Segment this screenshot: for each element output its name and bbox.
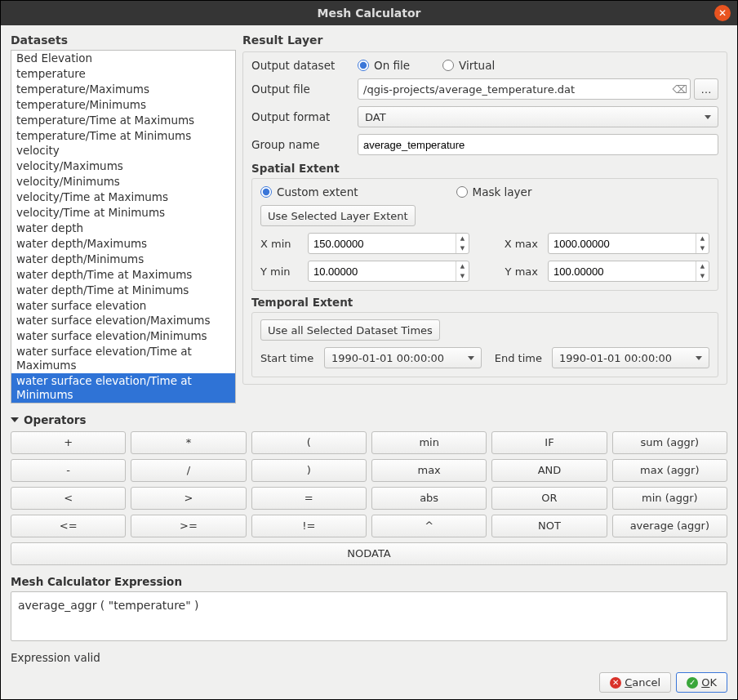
- dataset-item[interactable]: water depth/Time at Maximums: [11, 267, 235, 283]
- ymin-spinbox[interactable]: ▲▼: [308, 261, 469, 282]
- window-titlebar: Mesh Calculator ✕: [1, 1, 737, 25]
- operator-button[interactable]: <: [11, 487, 126, 510]
- temporal-extent-label: Temporal Extent: [251, 296, 718, 309]
- operators-label: Operators: [24, 413, 87, 426]
- dataset-item[interactable]: temperature/Time at Maximums: [11, 113, 235, 128]
- chevron-up-icon[interactable]: ▲: [696, 261, 709, 271]
- dataset-item[interactable]: water depth/Maximums: [11, 236, 235, 252]
- operator-button[interactable]: abs: [371, 487, 487, 510]
- output-format-combo[interactable]: DAT: [358, 106, 718, 127]
- custom-extent-radio[interactable]: Custom extent: [260, 185, 358, 198]
- dataset-item[interactable]: temperature/Minimums: [11, 97, 235, 113]
- ok-button[interactable]: ✓ OK: [676, 672, 727, 693]
- dataset-item[interactable]: velocity/Maximums: [11, 158, 235, 174]
- dataset-item[interactable]: Bed Elevation: [11, 51, 235, 66]
- output-virtual-radio[interactable]: Virtual: [442, 59, 495, 72]
- chevron-down-icon[interactable]: ▼: [456, 271, 469, 281]
- ymax-input[interactable]: [549, 261, 696, 281]
- operator-button[interactable]: -: [11, 459, 126, 482]
- operator-button[interactable]: IF: [491, 431, 607, 454]
- dataset-item[interactable]: water surface elevation: [11, 298, 235, 314]
- operator-button[interactable]: ): [251, 459, 367, 482]
- dataset-item[interactable]: velocity/Time at Minimums: [11, 205, 235, 221]
- group-name-row: Group name: [251, 134, 718, 155]
- operator-button[interactable]: >: [131, 487, 246, 510]
- top-row: Datasets Bed Elevationtemperaturetempera…: [11, 33, 727, 404]
- operators-grid: +*(minIFsum (aggr)-/)maxANDmax (aggr)<>=…: [11, 431, 727, 565]
- expression-label: Mesh Calculator Expression: [11, 575, 727, 588]
- chevron-down-icon: [11, 417, 19, 422]
- chevron-down-icon[interactable]: ▼: [696, 271, 709, 281]
- output-dataset-row: Output dataset On file Virtual: [251, 59, 718, 72]
- xmax-spinbox[interactable]: ▲▼: [548, 233, 709, 254]
- dataset-item[interactable]: velocity: [11, 143, 235, 158]
- operator-button[interactable]: OR: [491, 487, 607, 510]
- expression-input[interactable]: average_aggr ( "temperature" ): [11, 591, 727, 641]
- start-time-combo[interactable]: 1990-01-01 00:00:00: [324, 347, 482, 368]
- end-time-combo[interactable]: 1990-01-01 00:00:00: [552, 347, 709, 368]
- result-layer-label: Result Layer: [242, 33, 727, 47]
- operator-button[interactable]: AND: [491, 459, 607, 482]
- cancel-button[interactable]: ✕ Cancel: [599, 672, 671, 693]
- dataset-item[interactable]: water surface elevation/Time at Maximums: [11, 344, 235, 373]
- dataset-item[interactable]: velocity/Minimums: [11, 174, 235, 189]
- mesh-calculator-window: Mesh Calculator ✕ Datasets Bed Elevation…: [0, 0, 738, 700]
- xmin-label: X min: [260, 238, 301, 250]
- dataset-item[interactable]: water depth/Time at Minimums: [11, 283, 235, 298]
- output-file-field[interactable]: /qgis-projects/average_temperature.dat ⌫: [358, 78, 691, 100]
- output-format-row: Output format DAT: [251, 106, 718, 127]
- dataset-item[interactable]: water surface elevation/Time at Minimums: [11, 373, 235, 403]
- output-on-file-radio[interactable]: On file: [358, 59, 410, 72]
- chevron-down-icon[interactable]: ▼: [456, 243, 469, 253]
- xmin-spinbox[interactable]: ▲▼: [308, 233, 469, 254]
- use-selected-layer-extent-button[interactable]: Use Selected Layer Extent: [260, 205, 416, 226]
- operator-button[interactable]: sum (aggr): [612, 431, 727, 454]
- operator-button[interactable]: max: [371, 459, 487, 482]
- output-dataset-label: Output dataset: [251, 59, 358, 72]
- ymin-input[interactable]: [309, 261, 456, 281]
- datasets-panel: Datasets Bed Elevationtemperaturetempera…: [11, 33, 236, 404]
- operator-button[interactable]: average (aggr): [612, 515, 727, 537]
- on-file-label: On file: [374, 59, 410, 72]
- operator-button[interactable]: max (aggr): [612, 459, 727, 482]
- operator-button[interactable]: NOT: [491, 515, 607, 537]
- chevron-up-icon[interactable]: ▲: [456, 234, 469, 243]
- cancel-icon: ✕: [610, 677, 621, 689]
- xmax-input[interactable]: [549, 234, 696, 253]
- operator-button[interactable]: /: [131, 459, 246, 482]
- dataset-item[interactable]: temperature/Maximums: [11, 82, 235, 97]
- group-name-input[interactable]: [358, 134, 718, 155]
- operator-button[interactable]: >=: [131, 515, 246, 537]
- mask-layer-radio[interactable]: Mask layer: [456, 185, 532, 198]
- dataset-item[interactable]: temperature: [11, 66, 235, 82]
- use-all-selected-times-button[interactable]: Use all Selected Dataset Times: [260, 319, 440, 341]
- operator-button[interactable]: <=: [11, 515, 126, 537]
- operator-button[interactable]: *: [131, 431, 246, 454]
- nodata-button[interactable]: NODATA: [11, 542, 727, 565]
- xmin-input[interactable]: [309, 234, 456, 253]
- chevron-up-icon[interactable]: ▲: [456, 261, 469, 271]
- operator-button[interactable]: +: [11, 431, 126, 454]
- operators-header[interactable]: Operators: [11, 413, 727, 426]
- datasets-list[interactable]: Bed Elevationtemperaturetemperature/Maxi…: [11, 50, 236, 404]
- close-icon[interactable]: ✕: [714, 5, 731, 21]
- dataset-item[interactable]: water surface elevation/Minimums: [11, 328, 235, 344]
- ymax-spinbox[interactable]: ▲▼: [548, 261, 709, 282]
- dataset-item[interactable]: water depth: [11, 221, 235, 236]
- operator-button[interactable]: !=: [251, 515, 367, 537]
- dataset-item[interactable]: temperature/Time at Minimums: [11, 128, 235, 144]
- dataset-item[interactable]: water surface elevation/Maximums: [11, 313, 235, 328]
- chevron-up-icon[interactable]: ▲: [696, 234, 709, 243]
- chevron-down-icon[interactable]: ▼: [696, 243, 709, 253]
- operator-button[interactable]: ^: [371, 515, 487, 537]
- clear-text-icon[interactable]: ⌫: [674, 82, 687, 96]
- operator-button[interactable]: (: [251, 431, 367, 454]
- browse-output-file-button[interactable]: …: [694, 78, 718, 100]
- operator-button[interactable]: =: [251, 487, 367, 510]
- output-file-label: Output file: [251, 82, 358, 96]
- dataset-item[interactable]: water depth/Minimums: [11, 252, 235, 267]
- output-format-label: Output format: [251, 110, 358, 123]
- operator-button[interactable]: min: [371, 431, 487, 454]
- dataset-item[interactable]: velocity/Time at Maximums: [11, 189, 235, 205]
- operator-button[interactable]: min (aggr): [612, 487, 727, 510]
